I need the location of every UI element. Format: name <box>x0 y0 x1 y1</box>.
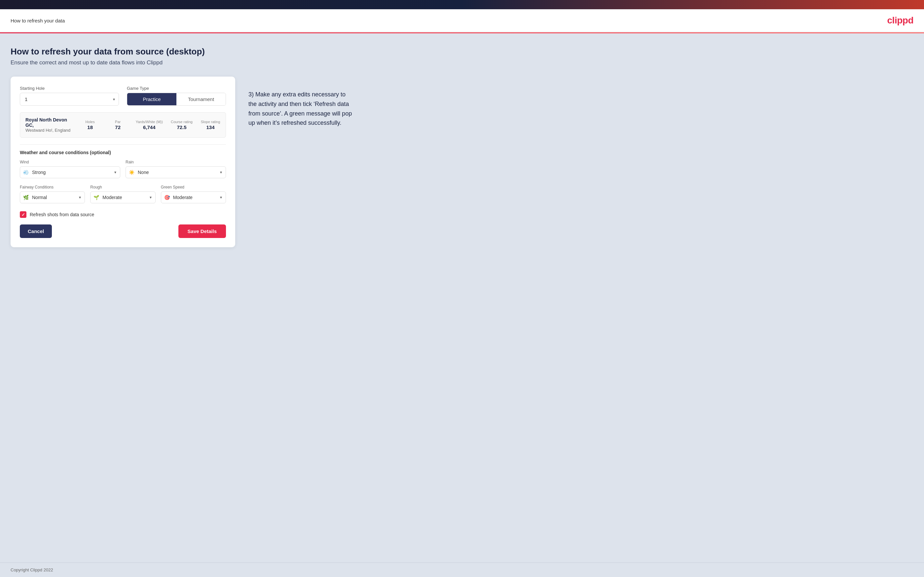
save-button[interactable]: Save Details <box>178 224 226 238</box>
yards-label: Yards/White (M)) <box>136 120 163 124</box>
game-type-toggle: Practice Tournament <box>127 93 226 106</box>
starting-hole-wrapper[interactable]: 1 ▾ <box>20 93 119 106</box>
par-value: 72 <box>115 124 121 130</box>
logo: clippd <box>887 15 913 26</box>
course-name: Royal North Devon GC, <box>26 117 72 128</box>
wind-select[interactable]: Strong <box>20 166 120 178</box>
fairway-select[interactable]: Normal <box>20 192 85 203</box>
conditions-row1: Wind 💨 Strong ▾ Rain ☀️ None <box>20 160 226 178</box>
footer: Copyright Clippd 2022 <box>0 562 924 577</box>
course-stat-par: Par 72 <box>108 120 128 130</box>
wind-group: Wind 💨 Strong ▾ <box>20 160 120 178</box>
fairway-group: Fairway Conditions 🌿 Normal ▾ <box>20 185 85 203</box>
wind-label: Wind <box>20 160 120 164</box>
green-speed-select-wrapper[interactable]: 🎯 Moderate ▾ <box>161 192 226 203</box>
green-speed-label: Green Speed <box>161 185 226 190</box>
starting-hole-group: Starting Hole 1 ▾ <box>20 86 119 106</box>
holes-label: Holes <box>86 120 95 124</box>
course-info-row: Royal North Devon GC, Westward Ho!, Engl… <box>20 112 226 138</box>
refresh-row: ✓ Refresh shots from data source <box>20 211 226 218</box>
starting-hole-label: Starting Hole <box>20 86 119 91</box>
instruction-text: 3) Make any extra edits necessary to the… <box>249 90 354 128</box>
course-stat-holes: Holes 18 <box>80 120 100 130</box>
fairway-label: Fairway Conditions <box>20 185 85 190</box>
refresh-label: Refresh shots from data source <box>30 212 94 217</box>
copyright-text: Copyright Clippd 2022 <box>11 567 53 572</box>
course-rating-label: Course rating <box>171 120 192 124</box>
tournament-button[interactable]: Tournament <box>176 93 226 105</box>
course-stat-course-rating: Course rating 72.5 <box>171 120 192 130</box>
starting-hole-select[interactable]: 1 <box>20 93 119 106</box>
par-label: Par <box>115 120 121 124</box>
content-area: Starting Hole 1 ▾ Game Type Practice Tou… <box>11 77 913 247</box>
refresh-checkbox[interactable]: ✓ <box>20 211 26 218</box>
green-speed-select[interactable]: Moderate <box>161 192 226 203</box>
header: How to refresh your data clippd <box>0 9 924 32</box>
fairway-select-wrapper[interactable]: 🌿 Normal ▾ <box>20 192 85 203</box>
holes-value: 18 <box>87 124 93 130</box>
course-name-block: Royal North Devon GC, Westward Ho!, Engl… <box>26 117 72 133</box>
side-instructions: 3) Make any extra edits necessary to the… <box>249 77 354 128</box>
wind-select-wrapper[interactable]: 💨 Strong ▾ <box>20 166 120 178</box>
page-subtitle: Ensure the correct and most up to date d… <box>11 60 913 66</box>
course-rating-value: 72.5 <box>177 124 186 130</box>
slope-rating-value: 134 <box>206 124 215 130</box>
rough-select[interactable]: Moderate <box>90 192 155 203</box>
action-buttons: Cancel Save Details <box>20 224 226 238</box>
rough-label: Rough <box>90 185 155 190</box>
top-bar <box>0 0 924 9</box>
form-card: Starting Hole 1 ▾ Game Type Practice Tou… <box>11 77 235 247</box>
green-speed-group: Green Speed 🎯 Moderate ▾ <box>161 185 226 203</box>
conditions-row2: Fairway Conditions 🌿 Normal ▾ Rough 🌱 <box>20 185 226 203</box>
course-stat-yards: Yards/White (M)) 6,744 <box>136 120 163 130</box>
main-content: How to refresh your data from source (de… <box>0 33 924 562</box>
yards-value: 6,744 <box>143 124 156 130</box>
slope-rating-label: Slope rating <box>201 120 220 124</box>
rain-select-wrapper[interactable]: ☀️ None ▾ <box>126 166 226 178</box>
rough-select-wrapper[interactable]: 🌱 Moderate ▾ <box>90 192 155 203</box>
checkmark-icon: ✓ <box>21 212 25 217</box>
course-location: Westward Ho!, England <box>26 128 72 133</box>
page-heading: How to refresh your data from source (de… <box>11 47 913 57</box>
header-title: How to refresh your data <box>11 18 65 23</box>
practice-button[interactable]: Practice <box>127 93 176 105</box>
rain-label: Rain <box>126 160 226 164</box>
rain-select[interactable]: None <box>126 166 226 178</box>
divider <box>20 144 226 145</box>
cancel-button[interactable]: Cancel <box>20 224 52 238</box>
game-type-group: Game Type Practice Tournament <box>127 86 226 106</box>
conditions-section-title: Weather and course conditions (optional) <box>20 150 226 155</box>
course-stat-slope: Slope rating 134 <box>200 120 220 130</box>
rough-group: Rough 🌱 Moderate ▾ <box>90 185 155 203</box>
form-starting-hole-row: Starting Hole 1 ▾ Game Type Practice Tou… <box>20 86 226 106</box>
rain-group: Rain ☀️ None ▾ <box>126 160 226 178</box>
game-type-label: Game Type <box>127 86 226 91</box>
